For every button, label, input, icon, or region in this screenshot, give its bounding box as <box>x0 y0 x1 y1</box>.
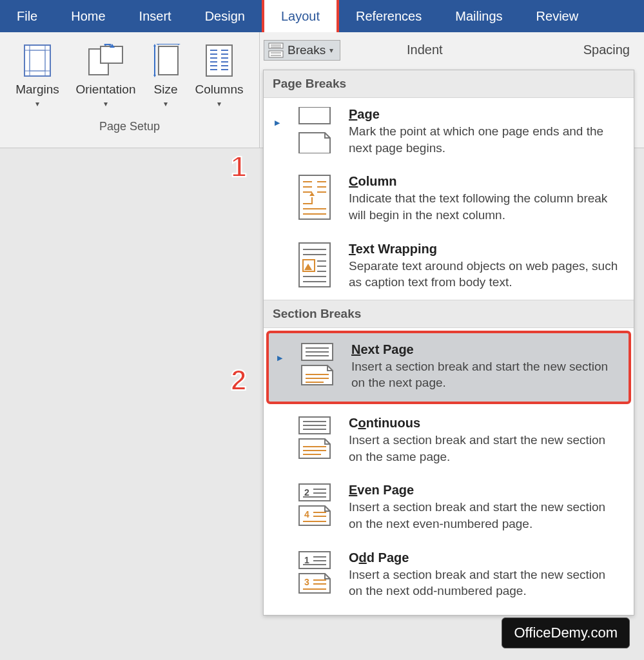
svg-text:1: 1 <box>304 555 309 565</box>
chevron-down-icon: ▾ <box>164 99 168 108</box>
item-even-page[interactable]: 2 4 Even Page Insert a section break and… <box>264 474 634 541</box>
column-break-icon <box>292 174 337 220</box>
page-setup-group-label: Page Setup <box>0 120 259 133</box>
breaks-icon <box>268 43 284 58</box>
group-page-breaks: Page Breaks <box>264 70 634 98</box>
size-button[interactable]: Size ▾ <box>143 41 188 108</box>
continuous-icon <box>292 416 337 460</box>
tab-layout[interactable]: Layout <box>262 0 339 35</box>
svg-rect-7 <box>101 46 122 63</box>
item-title: Odd Page <box>349 550 621 565</box>
tab-review[interactable]: Review <box>520 0 596 32</box>
tab-mailings[interactable]: Mailings <box>438 0 519 32</box>
breaks-label: Breaks <box>288 43 326 57</box>
odd-page-icon: 1 3 <box>292 550 337 594</box>
item-desc: Insert a section break and start the new… <box>349 499 621 532</box>
svg-marker-15 <box>153 75 156 77</box>
orientation-label: Orientation <box>76 82 136 97</box>
ribbon-tabs: File Home Insert Design Layout Reference… <box>0 0 644 32</box>
tab-design[interactable]: Design <box>188 0 262 32</box>
item-title: Next Page <box>351 342 618 357</box>
size-icon <box>151 41 181 80</box>
tab-home[interactable]: Home <box>54 0 122 32</box>
annotation-1: 1 <box>231 151 246 183</box>
annotation-2: 2 <box>231 364 246 396</box>
item-desc: Insert a section break and start the new… <box>349 567 621 599</box>
item-next-page[interactable]: Next Page Insert a section break and sta… <box>266 331 631 404</box>
svg-text:3: 3 <box>304 577 309 587</box>
svg-text:4: 4 <box>304 509 309 519</box>
orientation-icon <box>86 41 125 80</box>
item-column-break[interactable]: Column Indicate that the text following … <box>264 165 634 232</box>
item-continuous[interactable]: Continuous Insert a section break and st… <box>264 407 634 474</box>
item-desc: Insert a section break and start the new… <box>351 358 618 391</box>
chevron-down-icon: ▾ <box>329 46 333 55</box>
group-section-breaks: Section Breaks <box>264 300 634 328</box>
item-title: Page <box>349 107 621 122</box>
svg-marker-14 <box>153 44 156 46</box>
even-page-icon: 2 4 <box>292 483 337 527</box>
breaks-dropdown: Page Breaks Page Mark the point at which… <box>263 70 634 616</box>
indent-header: Indent <box>407 43 443 57</box>
columns-label: Columns <box>195 82 244 97</box>
item-desc: Insert a section break and start the new… <box>349 432 621 465</box>
orientation-button[interactable]: Orientation ▾ <box>70 41 142 108</box>
item-text-wrapping-break[interactable]: Text Wrapping Separate text around objec… <box>264 233 634 300</box>
svg-rect-9 <box>159 46 178 75</box>
tab-file[interactable]: File <box>0 0 54 32</box>
tab-references[interactable]: References <box>339 0 438 32</box>
margins-label: Margins <box>15 82 59 97</box>
watermark: OfficeDemy.com <box>502 617 630 648</box>
chevron-down-icon: ▾ <box>35 99 39 108</box>
current-marker-icon <box>274 107 280 127</box>
size-label: Size <box>154 82 178 97</box>
next-page-icon <box>295 342 340 386</box>
item-desc: Separate text around objects on web page… <box>349 258 621 291</box>
current-marker-icon <box>277 342 283 362</box>
breaks-button[interactable]: Breaks ▾ <box>264 40 340 61</box>
item-desc: Mark the point at which one page ends an… <box>349 123 621 156</box>
svg-rect-35 <box>299 107 330 124</box>
svg-rect-30 <box>269 51 283 57</box>
item-title: Text Wrapping <box>349 242 621 257</box>
svg-rect-0 <box>24 45 50 76</box>
item-page-break[interactable]: Page Mark the point at which one page en… <box>264 98 634 165</box>
page-break-icon <box>292 107 337 153</box>
tab-insert[interactable]: Insert <box>122 0 188 32</box>
page-setup-group: Margins ▾ Orientation ▾ Size ▾ <box>0 32 259 148</box>
svg-text:2: 2 <box>304 487 309 498</box>
item-desc: Indicate that the text following the col… <box>349 190 621 223</box>
spacing-header: Spacing <box>583 43 630 57</box>
chevron-down-icon: ▾ <box>104 99 108 108</box>
item-title: Even Page <box>349 483 621 498</box>
columns-icon <box>205 41 233 80</box>
columns-button[interactable]: Columns ▾ <box>190 41 249 108</box>
margins-button[interactable]: Margins ▾ <box>6 41 68 108</box>
item-odd-page[interactable]: 1 3 Odd Page Insert a section break and … <box>264 541 634 608</box>
chevron-down-icon: ▾ <box>217 99 221 108</box>
item-title: Continuous <box>349 416 621 431</box>
text-wrapping-break-icon <box>292 242 337 288</box>
margins-icon <box>23 41 52 80</box>
item-title: Column <box>349 174 621 189</box>
svg-rect-29 <box>269 43 283 48</box>
svg-marker-13 <box>178 44 181 45</box>
svg-marker-12 <box>156 44 159 45</box>
